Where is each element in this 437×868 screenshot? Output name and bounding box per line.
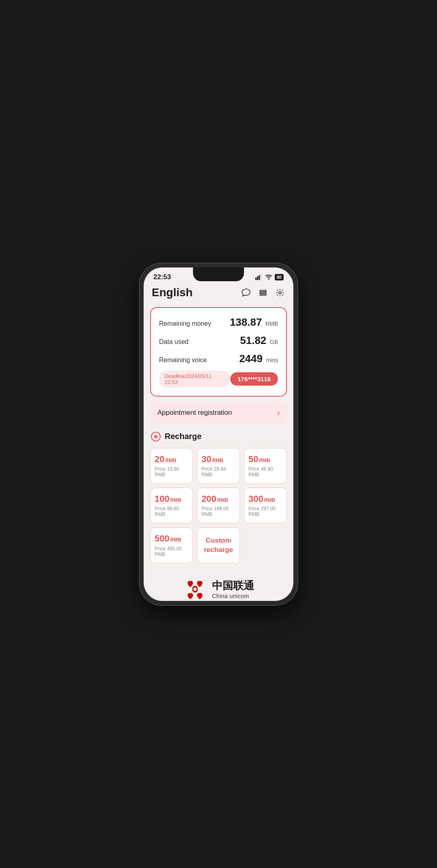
recharge-icon: ⊕ (150, 431, 161, 442)
deadline-tag: Deadline2024/05/11 22:53 (159, 371, 230, 388)
recharge-price-200: Price 198.00 RMB (202, 506, 235, 517)
custom-recharge-label: Customrecharge (204, 536, 233, 555)
layers-icon[interactable] (258, 287, 268, 298)
recharge-price-500: Price 495.00 RMB (155, 546, 189, 557)
account-card: Remaining money 138.87 RMB Data used 51.… (150, 307, 287, 397)
appointment-label: Appointment registration (157, 409, 232, 417)
phone-number-tag: 176****3116 (230, 372, 278, 386)
account-footer: Deadline2024/05/11 22:53 176****3116 (159, 371, 278, 388)
page-title: English (152, 286, 193, 299)
appointment-row[interactable]: Appointment registration › (150, 402, 287, 424)
svg-rect-6 (260, 292, 266, 293)
svg-rect-7 (260, 294, 266, 295)
logo-section: .uc{fill:#cc0000} 中国联通 China unicom Serv… (150, 567, 287, 601)
svg-rect-1 (257, 276, 258, 280)
logo-text: 中国联通 China unicom (212, 579, 254, 599)
recharge-grid-row2: 100RMB Price 99.80 RMB 200RMB Price 198.… (150, 488, 287, 523)
settings-icon[interactable] (275, 287, 285, 298)
message-icon[interactable] (241, 287, 251, 298)
signal-icon (255, 274, 263, 280)
status-time: 22:53 (153, 273, 171, 281)
unicom-logo-icon: .uc{fill:#cc0000} (183, 577, 207, 601)
data-used-row: Data used 51.82 GB (159, 334, 278, 347)
recharge-amount-200: 200RMB (202, 494, 228, 504)
svg-rect-2 (259, 275, 260, 280)
recharge-price-100: Price 99.80 RMB (155, 506, 189, 517)
status-icons: 80 (255, 274, 284, 280)
recharge-grid-row1: 20RMB Price 19.96 RMB 30RMB Price 29.94 … (150, 448, 287, 484)
remaining-money-row: Remaining money 138.87 RMB (159, 316, 278, 329)
recharge-option-200[interactable]: 200RMB Price 198.00 RMB (197, 488, 240, 523)
data-used-label: Data used (159, 338, 189, 346)
recharge-price-300: Price 297.00 RMB (248, 506, 282, 517)
remaining-voice-label: Remaining voice (159, 357, 207, 364)
logo-row: .uc{fill:#cc0000} 中国联通 China unicom (183, 577, 254, 601)
svg-rect-5 (260, 290, 266, 291)
remaining-money-value: 138.87 RMB (230, 316, 278, 329)
remaining-voice-value: 2449 mins (239, 352, 278, 365)
remaining-money-label: Remaining money (159, 320, 211, 327)
svg-text:⊕: ⊕ (154, 434, 158, 439)
recharge-amount-500: 500RMB (155, 533, 181, 544)
recharge-option-100[interactable]: 100RMB Price 99.80 RMB (150, 488, 193, 523)
recharge-option-20[interactable]: 20RMB Price 19.96 RMB (150, 448, 193, 484)
svg-rect-0 (255, 278, 257, 280)
custom-recharge-button[interactable]: Customrecharge (197, 527, 240, 563)
recharge-section-header: ⊕ Recharge (150, 431, 287, 442)
svg-rect-3 (260, 274, 261, 280)
remaining-voice-row: Remaining voice 2449 mins (159, 352, 278, 365)
recharge-amount-30: 30RMB (202, 454, 223, 465)
recharge-option-50[interactable]: 50RMB Price 49.90 RMB (244, 448, 287, 484)
recharge-price-50: Price 49.90 RMB (248, 466, 282, 478)
header: English (144, 283, 293, 304)
header-icons (241, 287, 285, 298)
logo-chinese-name: 中国联通 (212, 579, 254, 593)
recharge-amount-50: 50RMB (248, 454, 270, 465)
recharge-price-30: Price 29.94 RMB (202, 466, 235, 478)
svg-point-11 (193, 587, 197, 590)
recharge-option-30[interactable]: 30RMB Price 29.94 RMB (197, 448, 240, 484)
recharge-option-500[interactable]: 500RMB Price 495.00 RMB (150, 527, 193, 563)
recharge-grid-row3: 500RMB Price 495.00 RMB Customrecharge (150, 527, 287, 563)
chevron-right-icon: › (277, 409, 280, 417)
battery-icon: 80 (275, 274, 284, 280)
recharge-amount-300: 300RMB (248, 494, 275, 504)
svg-point-8 (279, 291, 281, 294)
wifi-icon (265, 274, 272, 280)
data-used-value: 51.82 GB (240, 334, 278, 347)
recharge-amount-20: 20RMB (155, 454, 176, 465)
logo-english-name: China unicom (212, 593, 254, 599)
recharge-price-20: Price 19.96 RMB (155, 466, 189, 478)
recharge-amount-100: 100RMB (155, 494, 181, 504)
recharge-option-300[interactable]: 300RMB Price 297.00 RMB (244, 488, 287, 523)
main-content: Remaining money 138.87 RMB Data used 51.… (144, 304, 293, 601)
svg-point-4 (268, 278, 269, 280)
recharge-section-title: Recharge (165, 432, 202, 441)
